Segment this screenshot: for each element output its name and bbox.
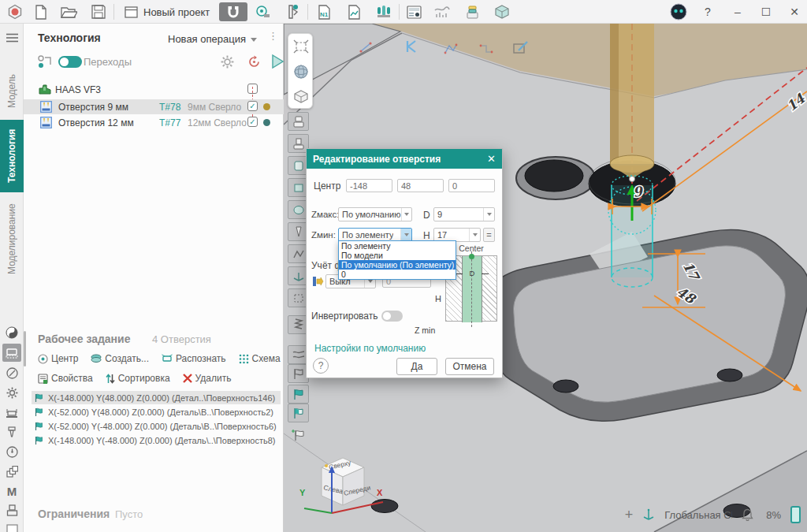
flag-half-button[interactable] bbox=[288, 404, 309, 422]
zmax-select[interactable]: По умолчанию ( bbox=[338, 207, 412, 221]
assistant-icon[interactable] bbox=[668, 2, 689, 21]
recognize-action-button[interactable]: Распознать bbox=[162, 353, 226, 364]
help-button[interactable]: ? bbox=[697, 2, 719, 21]
caliper-tool-button[interactable] bbox=[282, 2, 303, 21]
machine-icon bbox=[39, 84, 51, 95]
panel-scrollbar[interactable] bbox=[24, 331, 26, 366]
dialog-close-icon[interactable]: ✕ bbox=[487, 153, 496, 165]
close-button[interactable]: ✕ bbox=[783, 2, 805, 21]
tools-library-button[interactable] bbox=[374, 2, 394, 21]
transitions-icon bbox=[37, 55, 53, 69]
tree-row-operation[interactable]: Отверстия 9 мм T#78 9мм Сверло ✓ bbox=[24, 99, 284, 114]
press-icon[interactable] bbox=[2, 501, 21, 519]
compass-icon[interactable] bbox=[2, 364, 21, 382]
delete-action-button[interactable]: Удалить bbox=[183, 373, 232, 384]
dialog-titlebar[interactable]: Редактирование отверстия ✕ bbox=[307, 149, 502, 169]
drill-tool-icon[interactable] bbox=[2, 423, 21, 441]
settings-gear-icon[interactable] bbox=[2, 384, 21, 402]
calculator-button[interactable] bbox=[404, 2, 424, 21]
coordinate-system-name[interactable]: Глобальная СК bbox=[664, 509, 732, 521]
toolbar-separator bbox=[307, 4, 308, 20]
drill-tool bbox=[610, 24, 654, 182]
equals-button[interactable]: = bbox=[483, 228, 495, 242]
edit-hole-dialog: Редактирование отверстия ✕ Центр Zмакс: … bbox=[306, 148, 503, 378]
gauge-icon[interactable] bbox=[2, 443, 21, 461]
operation-settings-gear-icon[interactable] bbox=[221, 55, 234, 69]
invert-toggle[interactable] bbox=[381, 311, 403, 322]
job-list-item[interactable]: X(-148.000) Y(48.000) Z(0.000) (Детал..\… bbox=[32, 391, 281, 404]
solid-model-button[interactable] bbox=[492, 2, 512, 21]
measure-tool-button[interactable] bbox=[252, 2, 273, 21]
operation-checkbox[interactable]: ✓ bbox=[247, 117, 258, 127]
new-operation-dropdown[interactable]: Новая операция bbox=[168, 33, 257, 45]
blank-square-icon[interactable] bbox=[2, 520, 21, 532]
job-list-item[interactable]: X(-52.000) Y(-48.000) Z(0.000) (Деталь\В… bbox=[32, 419, 281, 433]
tab-technology[interactable]: Технология bbox=[0, 120, 24, 192]
tab-model[interactable]: Модель bbox=[0, 63, 24, 118]
maximize-button[interactable]: ☐ bbox=[755, 2, 777, 21]
sketch-polyline-icon[interactable] bbox=[444, 43, 458, 55]
operation-checkbox[interactable]: ✓ bbox=[247, 101, 258, 111]
setup-part-button[interactable] bbox=[288, 112, 309, 131]
new-file-button[interactable] bbox=[30, 2, 50, 21]
job-list-item[interactable]: X(-148.000) Y(-48.000) Z(0.000) (Деталь\… bbox=[32, 433, 281, 447]
dropdown-option[interactable]: 0 bbox=[339, 270, 456, 279]
job-list-item[interactable]: X(-52.000) Y(48.000) Z(0.000) (Деталь\В.… bbox=[32, 405, 281, 419]
flag-filled-button[interactable] bbox=[288, 385, 309, 404]
scheme-action-button[interactable]: Схема bbox=[239, 353, 281, 364]
tree-row-operation[interactable]: Отверстия 12 мм T#77 12мм Сверло ✓ bbox=[24, 115, 284, 130]
center-z-input[interactable] bbox=[448, 179, 495, 192]
view-state-indicator[interactable] bbox=[790, 506, 801, 523]
ok-button[interactable]: Да bbox=[396, 358, 437, 375]
box-view-button[interactable] bbox=[288, 84, 314, 110]
dropdown-option[interactable]: По модели bbox=[339, 251, 456, 260]
sketch-angle-icon[interactable] bbox=[404, 39, 419, 54]
defaults-link[interactable]: Настройки по умолчанию bbox=[314, 343, 426, 354]
report-button[interactable] bbox=[344, 2, 364, 21]
dropdown-option[interactable]: По элементу bbox=[339, 241, 456, 251]
add-cs-button[interactable]: + bbox=[625, 507, 634, 523]
center-x-input[interactable] bbox=[346, 179, 392, 192]
cancel-button[interactable]: Отмена bbox=[445, 358, 494, 375]
snap-magnet-button[interactable] bbox=[219, 2, 247, 21]
center-y-input[interactable] bbox=[397, 179, 444, 192]
machine-setup-icon[interactable] bbox=[2, 344, 21, 362]
dropdown-option-selected[interactable]: По умолчанию (По элементу) bbox=[339, 260, 456, 270]
panel-menu-button[interactable]: ⋮ bbox=[268, 30, 278, 42]
notifications-bell-icon[interactable] bbox=[742, 508, 753, 521]
minimize-button[interactable]: – bbox=[727, 2, 749, 21]
dialog-help-button[interactable]: ? bbox=[313, 358, 329, 374]
diameter-select[interactable]: 9 bbox=[433, 207, 495, 221]
save-button[interactable] bbox=[88, 2, 109, 21]
create-icon bbox=[91, 354, 102, 363]
recalculate-icon[interactable] bbox=[247, 55, 261, 69]
copies-icon[interactable] bbox=[2, 463, 21, 481]
sketch-edit-icon[interactable] bbox=[512, 39, 530, 55]
sketch-line-icon[interactable] bbox=[359, 41, 373, 54]
flag-new-button[interactable] bbox=[288, 426, 309, 445]
sketch-step-line-icon[interactable] bbox=[479, 43, 493, 55]
hamburger-menu-icon[interactable] bbox=[2, 28, 21, 47]
tree-row-machine[interactable]: HAAS VF3 bbox=[24, 82, 284, 97]
sort-action-button[interactable]: Сортировка bbox=[106, 373, 170, 384]
navigation-cube[interactable]: Сверху Слева Спереди X Y bbox=[298, 447, 392, 526]
create-action-button[interactable]: Создать... bbox=[91, 353, 149, 364]
project-button[interactable]: Новый проект bbox=[118, 2, 216, 21]
nc-program-button[interactable]: N1 bbox=[314, 2, 334, 21]
workpiece-icon[interactable] bbox=[2, 323, 21, 341]
fit-view-button[interactable] bbox=[288, 34, 314, 59]
mesh-sphere-button[interactable] bbox=[288, 59, 314, 84]
machine-axes-icon[interactable] bbox=[2, 404, 21, 422]
point-flag-icon bbox=[35, 436, 44, 445]
properties-action-button[interactable]: Свойства bbox=[38, 373, 93, 384]
macro-m-icon[interactable]: M bbox=[2, 482, 21, 500]
open-file-button[interactable] bbox=[58, 2, 79, 21]
toolbar-separator bbox=[113, 4, 114, 20]
simulation-button[interactable] bbox=[432, 2, 452, 21]
hole-feature-overlay[interactable] bbox=[608, 176, 656, 287]
printer-3d-button[interactable] bbox=[462, 2, 482, 21]
center-action-button[interactable]: Центр bbox=[38, 353, 78, 364]
transitions-toggle[interactable] bbox=[58, 56, 82, 68]
tab-modeling[interactable]: Моделирование bbox=[0, 194, 24, 284]
run-play-icon[interactable] bbox=[271, 54, 284, 69]
